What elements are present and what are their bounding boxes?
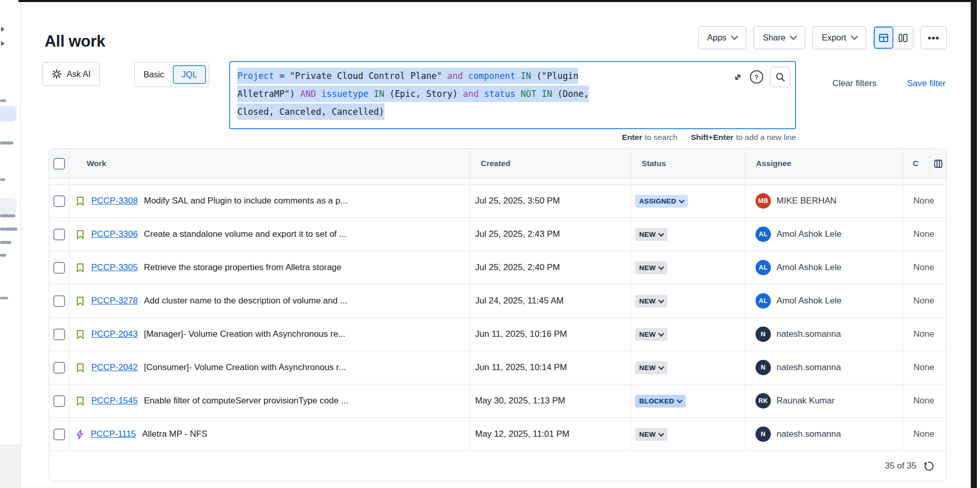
work-key-link[interactable]: PCCP-3306: [91, 229, 138, 239]
export-button-label: Export: [822, 33, 846, 43]
help-icon[interactable]: ?: [750, 70, 763, 84]
chevron-down-icon: [658, 231, 664, 236]
chevron-down-icon: [658, 264, 664, 270]
c-column-cell: None: [903, 251, 946, 284]
chevron-down-icon: [658, 331, 664, 336]
partial-row: [49, 178, 946, 185]
window-top-border: [18, 0, 971, 2]
jql-editor[interactable]: Project = "Private Cloud Control Plane" …: [229, 61, 796, 129]
sidebar-divider: [21, 2, 21, 488]
window-right-border: [971, 0, 977, 488]
status-badge[interactable]: NEW: [635, 228, 667, 241]
story-icon: [75, 262, 85, 273]
assignee-name: Amol Ashok Lele: [777, 229, 842, 239]
hint-enter-key: Enter: [622, 133, 642, 141]
chevron-down-icon: [790, 33, 797, 40]
list-view-button[interactable]: [874, 27, 893, 49]
status-cell: NEW: [630, 218, 745, 251]
work-cell: PCCP-1115Alletra MP - NFS: [69, 418, 469, 451]
row-checkbox[interactable]: [53, 229, 65, 240]
assignee-cell: ALAmol Ashok Lele: [745, 284, 903, 317]
c-column-cell: None: [903, 384, 946, 417]
save-filter-link[interactable]: Save filter: [907, 78, 946, 89]
row-checkbox[interactable]: [53, 329, 65, 340]
work-summary: Alletra MP - NFS: [142, 429, 207, 439]
column-header-created[interactable]: Created: [469, 149, 630, 178]
work-key-link[interactable]: PCCP-3278: [91, 296, 138, 306]
assignee-cell: MBMIKE BERHAN: [745, 185, 903, 217]
sidebar-text-fragment: [0, 297, 8, 299]
table-footer: 35 of 35: [49, 451, 946, 481]
created-cell: Jun 11, 2025, 10:14 PM: [469, 351, 630, 384]
row-checkbox[interactable]: [53, 195, 65, 207]
apps-button[interactable]: Apps: [698, 26, 747, 49]
app-window: All work Apps Share Export: [0, 0, 980, 488]
apps-button-label: Apps: [707, 33, 727, 43]
row-checkbox[interactable]: [53, 362, 65, 374]
export-button[interactable]: Export: [812, 26, 866, 49]
sidebar-text-fragment: [0, 178, 5, 181]
work-key-link[interactable]: PCCP-1115: [91, 429, 136, 439]
row-count: 35 of 35: [885, 461, 916, 471]
ask-ai-button[interactable]: Ask AI: [43, 62, 100, 86]
search-button[interactable]: [770, 67, 790, 87]
work-key-link[interactable]: PCCP-2042: [91, 362, 138, 373]
work-key-link[interactable]: PCCP-1545: [91, 396, 138, 406]
basic-mode-button[interactable]: Basic: [135, 70, 173, 79]
status-badge[interactable]: BLOCKED: [635, 395, 686, 408]
jql-selected-text: AlletraMP") AND issuetype IN (Epic, Stor…: [237, 86, 589, 102]
sparkle-icon: [52, 69, 62, 79]
row-checkbox[interactable]: [53, 295, 65, 307]
avatar: AL: [756, 227, 771, 242]
c-column-cell: None: [903, 284, 946, 317]
chevron-down-icon: [731, 33, 738, 40]
table-row: PCCP-2043[Manager]- Volume Creation with…: [49, 318, 946, 351]
table-row: PCCP-1545Enable filter of computeServer …: [49, 384, 946, 418]
sidebar-text-fragment: [0, 228, 17, 231]
work-key-link[interactable]: PCCP-3308: [91, 196, 138, 206]
share-button[interactable]: Share: [753, 26, 805, 49]
c-value: None: [913, 296, 934, 306]
story-icon: [75, 296, 85, 307]
jql-query-text[interactable]: Project = "Private Cloud Control Plane" …: [237, 67, 788, 121]
work-summary: Retrieve the storage properties from All…: [144, 262, 342, 273]
status-badge[interactable]: NEW: [635, 328, 667, 341]
work-key-link[interactable]: PCCP-3305: [91, 262, 138, 273]
column-header-work[interactable]: Work: [69, 149, 469, 178]
status-badge[interactable]: NEW: [635, 295, 667, 308]
detail-view-button[interactable]: [893, 27, 913, 49]
assignee-name: natesh.somanna: [777, 329, 841, 339]
row-checkbox[interactable]: [53, 395, 65, 407]
table-body: PCCP-3308Modify SAL and Plugin to includ…: [49, 185, 946, 451]
row-checkbox[interactable]: [53, 262, 65, 274]
status-cell: NEW: [630, 351, 745, 384]
configure-columns-button[interactable]: [929, 149, 946, 178]
column-header-assignee[interactable]: Assignee: [745, 149, 903, 178]
avatar: N: [756, 426, 771, 442]
work-summary: [Manager]- Volume Creation with Asynchro…: [144, 329, 345, 339]
status-badge[interactable]: NEW: [635, 261, 667, 274]
status-badge[interactable]: NEW: [635, 428, 667, 441]
status-badge[interactable]: NEW: [635, 361, 667, 374]
avatar: N: [756, 360, 771, 375]
row-checkbox[interactable]: [53, 429, 65, 440]
clear-filters-link[interactable]: Clear filters: [832, 78, 876, 89]
expand-icon[interactable]: [732, 72, 743, 83]
sidebar-hover-item: [0, 198, 16, 214]
status-badge[interactable]: ASSIGNED: [635, 195, 688, 208]
more-actions-button[interactable]: •••: [921, 26, 947, 49]
column-header-c[interactable]: C: [903, 149, 929, 178]
work-cell: PCCP-3278Add cluster name to the descrip…: [69, 284, 469, 317]
jql-mode-button[interactable]: JQL: [173, 65, 206, 84]
assignee-cell: RKRaunak Kumar: [745, 384, 903, 417]
sidebar-text-fragment: [0, 254, 6, 257]
refresh-button[interactable]: [923, 460, 935, 472]
select-all-checkbox[interactable]: [53, 158, 65, 170]
assignee-name: Raunak Kumar: [777, 396, 834, 406]
c-value: None: [913, 262, 934, 273]
column-header-status[interactable]: Status: [630, 149, 745, 178]
table-row: PCCP-2042[Consumer]- Volume Creation wit…: [49, 351, 946, 384]
work-key-link[interactable]: PCCP-2043: [91, 329, 138, 339]
table-row: PCCP-3278Add cluster name to the descrip…: [49, 284, 946, 318]
status-cell: NEW: [630, 251, 745, 284]
